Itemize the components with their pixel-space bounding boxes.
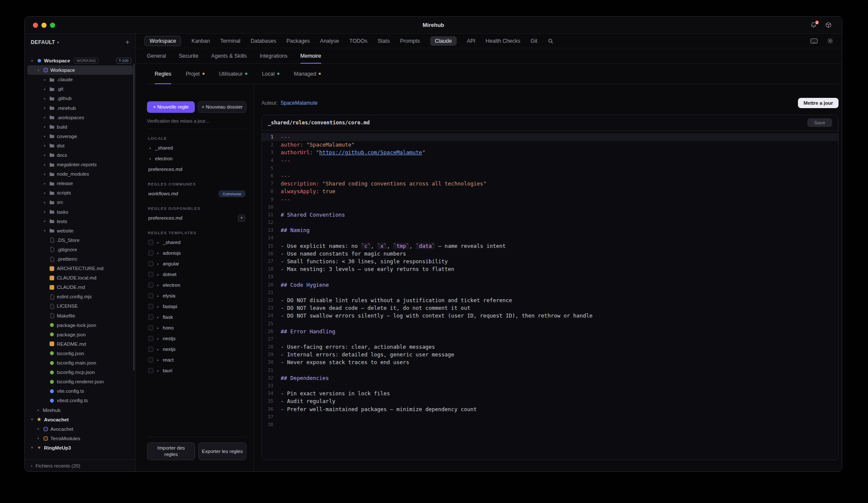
- main-tab-prompts[interactable]: Prompts: [400, 38, 420, 44]
- minimize-window-button[interactable]: [41, 23, 47, 28]
- tree-item-website[interactable]: ▸website: [27, 226, 133, 235]
- code-line[interactable]: 35- Audit regularly: [262, 397, 838, 405]
- code-line[interactable]: 13## Naming: [262, 226, 838, 234]
- chevron-right-icon[interactable]: ▸: [43, 106, 47, 110]
- tree-item-workspaces[interactable]: ▸.workspaces: [27, 113, 133, 122]
- chevron-right-icon[interactable]: ▸: [156, 294, 160, 298]
- code-line[interactable]: 10: [262, 203, 838, 211]
- template-checkbox[interactable]: [148, 315, 153, 320]
- code-line[interactable]: 5: [262, 165, 838, 172]
- author-link[interactable]: SpaceMalamute: [281, 100, 318, 106]
- memory-tab-regles[interactable]: Regles: [155, 64, 171, 84]
- memory-tab-utilisateur[interactable]: Utilisateur: [219, 64, 248, 84]
- template-checkbox[interactable]: [148, 347, 153, 352]
- tree-item-tsconfig-main-json[interactable]: tsconfig.main.json: [27, 358, 133, 368]
- code-line[interactable]: 27: [262, 335, 838, 343]
- template-checkbox[interactable]: [148, 336, 153, 341]
- tree-item-github[interactable]: ▸.github: [27, 94, 133, 103]
- code-line[interactable]: 21: [262, 289, 838, 297]
- rule-item-nextjs[interactable]: ▸nextjs: [147, 344, 246, 355]
- rule-item-nestjs[interactable]: ▸nestjs: [147, 333, 246, 344]
- code-line[interactable]: 1---: [262, 133, 838, 141]
- zoom-window-button[interactable]: [50, 23, 55, 28]
- tree-item-prettierrc[interactable]: .prettierrc: [27, 254, 133, 264]
- tree-item-mirehub[interactable]: ▸Mirehub: [27, 405, 133, 415]
- rule-item-workflows-md[interactable]: workflows.mdCommune: [147, 188, 246, 199]
- rule-item-fastapi[interactable]: ▸fastapi: [147, 301, 246, 312]
- new-rule-button[interactable]: + Nouvelle regle: [147, 101, 195, 113]
- code-line[interactable]: 11# Shared Conventions: [262, 211, 838, 219]
- code-line[interactable]: 30- Never expose stack traces to end use…: [262, 359, 838, 366]
- add-workspace-button[interactable]: +: [126, 39, 129, 46]
- sub-tab-integrations[interactable]: Integrations: [260, 48, 287, 63]
- sub-tab-agents-skills[interactable]: Agents & Skills: [211, 48, 246, 63]
- sub-tab-memoire[interactable]: Memoire: [300, 48, 321, 63]
- code-line[interactable]: 15- Use explicit names: no `c`, `x`, `tm…: [262, 242, 838, 250]
- chevron-right-icon[interactable]: ▸: [156, 358, 160, 362]
- code-line[interactable]: 16- Use named constants for magic number…: [262, 250, 838, 258]
- rule-item-electron[interactable]: ▸electron: [147, 280, 246, 291]
- rule-item-shared[interactable]: ▸_shared: [147, 237, 246, 248]
- tree-item-avocachet[interactable]: ▸Avocachet: [27, 424, 133, 434]
- main-tab-todos[interactable]: TODOs: [349, 38, 367, 44]
- tree-item-docs[interactable]: ▸docs: [27, 150, 133, 160]
- memory-tab-projet[interactable]: Projet: [186, 64, 205, 84]
- chevron-right-icon[interactable]: ▸: [156, 315, 160, 319]
- main-tab-api[interactable]: API: [467, 38, 475, 44]
- chevron-right-icon[interactable]: ▸: [36, 436, 41, 440]
- main-tab-stats[interactable]: Stats: [378, 38, 390, 44]
- code-line[interactable]: 18- Max nesting: 3 levels — use early re…: [262, 265, 838, 273]
- code-line[interactable]: 8alwaysApply: true: [262, 188, 838, 195]
- tree-item-tests[interactable]: ▸tests: [27, 217, 133, 226]
- rule-item-electron[interactable]: ▸electron: [147, 153, 246, 164]
- close-window-button[interactable]: [33, 23, 38, 28]
- tree-item-claude-md[interactable]: CLAUDE.md: [27, 282, 133, 292]
- import-rules-button[interactable]: Importer des regles: [147, 442, 195, 460]
- chevron-right-icon[interactable]: ▸: [36, 427, 41, 431]
- chevron-down-icon[interactable]: ▾: [30, 446, 34, 450]
- memory-tab-managed[interactable]: Managed: [294, 64, 321, 84]
- code-line[interactable]: 4---: [262, 157, 838, 165]
- code-line[interactable]: 37: [262, 413, 838, 421]
- tree-item-architecture-md[interactable]: ARCHITECTURE.md: [27, 264, 133, 273]
- keyboard-icon[interactable]: [810, 38, 818, 44]
- code-line[interactable]: 12: [262, 219, 838, 226]
- chevron-right-icon[interactable]: ▸: [43, 125, 47, 129]
- tree-item-megalinter-reports[interactable]: ▸megalinter-reports: [27, 160, 133, 169]
- chevron-right-icon[interactable]: ▸: [156, 347, 160, 351]
- gear-icon[interactable]: [827, 38, 833, 44]
- chevron-down-icon[interactable]: ▾: [36, 68, 41, 72]
- code-line[interactable]: 6---: [262, 172, 838, 180]
- code-line[interactable]: 25: [262, 320, 838, 328]
- tree-item-eslint-config-mjs[interactable]: eslint.config.mjs: [27, 292, 133, 301]
- template-checkbox[interactable]: [148, 272, 153, 277]
- chevron-right-icon[interactable]: ▸: [43, 200, 47, 204]
- rule-item-dotnet[interactable]: ▸dotnet: [147, 269, 246, 280]
- chevron-right-icon[interactable]: ▸: [156, 283, 160, 287]
- template-checkbox[interactable]: [148, 293, 153, 298]
- code-line[interactable]: 32## Dependencies: [262, 374, 838, 382]
- tree-item-claude-local-md[interactable]: CLAUDE.local.md: [27, 273, 133, 282]
- chevron-right-icon[interactable]: ▸: [43, 97, 47, 100]
- code-line[interactable]: 22- DO NOT disable lint rules without a …: [262, 297, 838, 304]
- chevron-right-icon[interactable]: ▸: [156, 262, 160, 266]
- code-line[interactable]: 7description: "Shared coding conventions…: [262, 180, 838, 188]
- rule-item-shared[interactable]: ▸_shared: [147, 143, 246, 153]
- chevron-right-icon[interactable]: ▸: [148, 146, 152, 150]
- code-editor[interactable]: 1---2author: "SpaceMalamute"3authorUrl: …: [262, 131, 838, 460]
- save-button[interactable]: Save: [807, 118, 832, 127]
- recent-files-toggle[interactable]: › Fichiers recents (20): [25, 459, 135, 471]
- chevron-right-icon[interactable]: ▸: [43, 87, 47, 91]
- chevron-right-icon[interactable]: ▸: [36, 408, 41, 412]
- code-line[interactable]: 26## Error Handling: [262, 328, 838, 335]
- tree-item-ringmeup3[interactable]: ▾♥RingMeUp3: [27, 443, 133, 453]
- tree-item-terramodules[interactable]: ▸TerraModules: [27, 434, 133, 443]
- sidebar-scrollbar[interactable]: [133, 64, 135, 371]
- search-icon[interactable]: [548, 38, 554, 44]
- tree-item-tsconfig-json[interactable]: tsconfig.json: [27, 349, 133, 358]
- main-tab-databases[interactable]: Databases: [251, 38, 276, 44]
- code-line[interactable]: 17- Small functions: < 30 lines, single …: [262, 258, 838, 265]
- chevron-right-icon[interactable]: ▸: [43, 134, 47, 138]
- code-line[interactable]: 36- Prefer well-maintained packages — mi…: [262, 406, 838, 413]
- template-checkbox[interactable]: [148, 357, 153, 362]
